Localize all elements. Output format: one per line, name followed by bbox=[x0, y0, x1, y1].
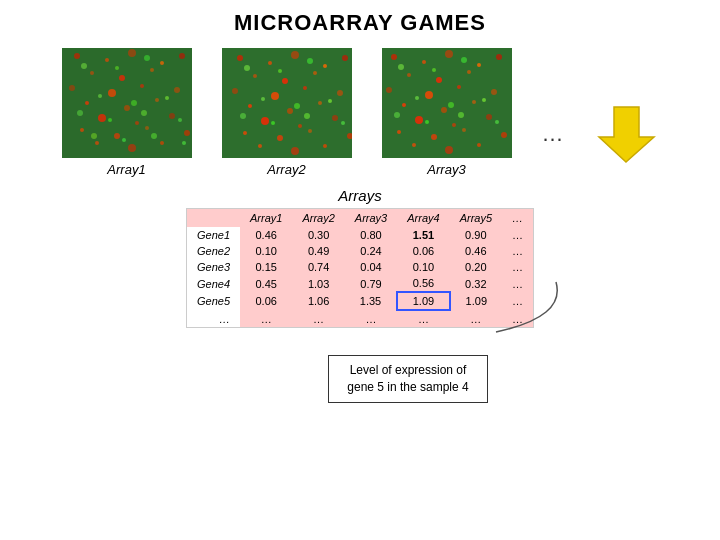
svg-point-107 bbox=[415, 96, 419, 100]
svg-point-16 bbox=[124, 105, 130, 111]
svg-point-38 bbox=[91, 133, 97, 139]
svg-point-88 bbox=[425, 91, 433, 99]
svg-point-35 bbox=[108, 118, 112, 122]
col-header-gene bbox=[186, 209, 240, 228]
svg-point-45 bbox=[291, 51, 299, 59]
cell: 0.24 bbox=[345, 243, 397, 259]
svg-point-74 bbox=[240, 113, 246, 119]
svg-point-96 bbox=[486, 114, 492, 120]
legend-box: Level of expression of gene 5 in the sam… bbox=[328, 355, 488, 403]
cell: 0.20 bbox=[450, 259, 502, 275]
svg-point-70 bbox=[307, 58, 313, 64]
gene-label: … bbox=[186, 310, 240, 328]
svg-point-91 bbox=[402, 103, 406, 107]
cell: 0.49 bbox=[292, 243, 344, 259]
cell: 0.45 bbox=[240, 275, 292, 292]
svg-point-113 bbox=[495, 120, 499, 124]
svg-point-76 bbox=[304, 113, 310, 119]
cell: 0.90 bbox=[450, 227, 502, 243]
array-image-1: noise bbox=[62, 48, 192, 158]
svg-point-66 bbox=[291, 147, 299, 155]
svg-point-52 bbox=[271, 92, 279, 100]
svg-point-49 bbox=[282, 78, 288, 84]
svg-point-97 bbox=[397, 130, 401, 134]
array-item-1: noise bbox=[62, 48, 192, 177]
svg-point-110 bbox=[394, 112, 400, 118]
page-title: MICROARRAY GAMES bbox=[0, 0, 720, 36]
svg-point-83 bbox=[496, 54, 502, 60]
svg-point-92 bbox=[441, 107, 447, 113]
cell: … bbox=[345, 310, 397, 328]
svg-point-10 bbox=[150, 68, 154, 72]
svg-point-21 bbox=[80, 128, 84, 132]
svg-point-29 bbox=[115, 66, 119, 70]
svg-point-4 bbox=[105, 58, 109, 62]
cell: … bbox=[502, 292, 534, 310]
svg-point-54 bbox=[337, 90, 343, 96]
svg-point-9 bbox=[119, 75, 125, 81]
svg-point-103 bbox=[477, 143, 481, 147]
svg-point-47 bbox=[342, 55, 348, 61]
svg-point-90 bbox=[491, 89, 497, 95]
svg-point-44 bbox=[268, 61, 272, 65]
svg-point-50 bbox=[313, 71, 317, 75]
cell: 0.46 bbox=[240, 227, 292, 243]
svg-point-43 bbox=[237, 55, 243, 61]
svg-point-24 bbox=[184, 130, 190, 136]
svg-point-67 bbox=[323, 144, 327, 148]
col-header-array3: Array3 bbox=[345, 209, 397, 228]
gene-label: Gene3 bbox=[186, 259, 240, 275]
svg-point-12 bbox=[108, 89, 116, 97]
svg-point-61 bbox=[243, 131, 247, 135]
svg-point-104 bbox=[398, 64, 404, 70]
svg-point-27 bbox=[160, 141, 164, 145]
array-image-3 bbox=[382, 48, 512, 158]
svg-point-53 bbox=[303, 86, 307, 90]
svg-point-26 bbox=[128, 144, 136, 152]
svg-point-106 bbox=[461, 57, 467, 63]
svg-point-86 bbox=[467, 70, 471, 74]
cell: 0.04 bbox=[345, 259, 397, 275]
highlighted-cell: 1.09 bbox=[397, 292, 449, 310]
svg-point-101 bbox=[412, 143, 416, 147]
col-header-array1: Array1 bbox=[240, 209, 292, 228]
svg-point-95 bbox=[452, 123, 456, 127]
svg-point-19 bbox=[135, 121, 139, 125]
svg-point-58 bbox=[261, 117, 269, 125]
array-label-3: Array3 bbox=[427, 162, 465, 177]
arrays-section-title: Arrays bbox=[186, 187, 534, 204]
svg-point-30 bbox=[144, 55, 150, 61]
down-arrow-icon bbox=[594, 102, 659, 167]
cell: … bbox=[502, 243, 534, 259]
cell: 1.06 bbox=[292, 292, 344, 310]
svg-point-105 bbox=[432, 68, 436, 72]
svg-point-112 bbox=[458, 112, 464, 118]
table-container: Arrays Array1 Array2 Array3 Array4 Array… bbox=[186, 187, 534, 328]
cell: 1.09 bbox=[450, 292, 502, 310]
table-row: Gene4 0.45 1.03 0.79 0.56 0.32 … bbox=[186, 275, 533, 292]
array-item-2: Array2 bbox=[222, 48, 352, 177]
svg-point-75 bbox=[271, 121, 275, 125]
svg-point-71 bbox=[261, 97, 265, 101]
svg-point-22 bbox=[114, 133, 120, 139]
svg-point-82 bbox=[477, 63, 481, 67]
cell: 1.03 bbox=[292, 275, 344, 292]
cell: 0.10 bbox=[240, 243, 292, 259]
svg-point-33 bbox=[165, 96, 169, 100]
svg-point-20 bbox=[169, 113, 175, 119]
svg-point-93 bbox=[472, 100, 476, 104]
array-image-2 bbox=[222, 48, 352, 158]
cell: 1.35 bbox=[345, 292, 397, 310]
svg-point-89 bbox=[457, 85, 461, 89]
array-label-1: Array1 bbox=[107, 162, 145, 177]
cell: 0.06 bbox=[397, 243, 449, 259]
cell: 1.51 bbox=[397, 227, 449, 243]
svg-point-17 bbox=[155, 98, 159, 102]
svg-point-65 bbox=[258, 144, 262, 148]
svg-point-108 bbox=[448, 102, 454, 108]
cell: 0.30 bbox=[292, 227, 344, 243]
svg-rect-42 bbox=[222, 48, 352, 158]
svg-point-63 bbox=[308, 129, 312, 133]
col-header-dots: … bbox=[502, 209, 534, 228]
svg-point-62 bbox=[277, 135, 283, 141]
